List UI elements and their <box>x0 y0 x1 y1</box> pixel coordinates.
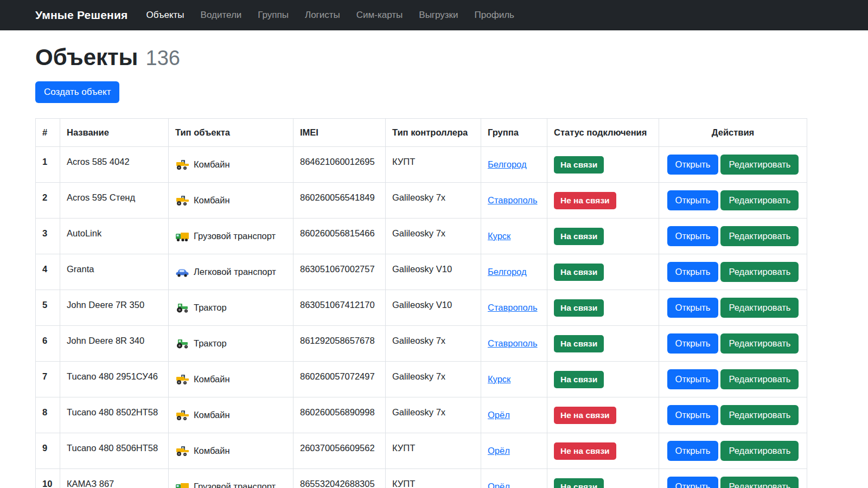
group-link[interactable]: Ставрополь <box>488 303 538 312</box>
table-row: 3AutoLinkГрузовой транспорт8602600568154… <box>36 219 807 254</box>
open-button[interactable]: Открыть <box>667 405 719 425</box>
object-type-label: Комбайн <box>194 446 230 456</box>
cell-group: Курск <box>481 219 547 254</box>
cell-object-type: Комбайн <box>169 183 293 219</box>
combine-icon <box>175 410 189 421</box>
cell-number: 6 <box>36 326 60 362</box>
cell-number: 9 <box>36 433 60 469</box>
group-link[interactable]: Орёл <box>488 481 510 488</box>
cell-imei: 861292058657678 <box>293 326 386 362</box>
cell-status: На связи <box>547 219 659 254</box>
cell-status: Не на связи <box>547 397 659 433</box>
edit-button[interactable]: Редактировать <box>720 262 799 282</box>
cell-imei: 260370056609562 <box>293 433 386 469</box>
table-row: 9Tucano 480 8506НТ58Комбайн2603700566095… <box>36 433 807 469</box>
status-badge: На связи <box>554 478 604 488</box>
open-button[interactable]: Открыть <box>667 262 719 282</box>
cell-name: Tucano 480 8502НТ58 <box>60 397 169 433</box>
table-header-row: #НазваниеТип объектаIMEIТип контроллераГ… <box>36 119 807 147</box>
page-title-text: Объекты <box>35 44 138 70</box>
cell-group: Орёл <box>481 469 547 488</box>
table-row: 4GrantaЛегковой транспорт863051067002757… <box>36 254 807 290</box>
cell-imei: 860260056541849 <box>293 183 386 219</box>
edit-button[interactable]: Редактировать <box>720 298 799 318</box>
edit-button[interactable]: Редактировать <box>720 405 799 425</box>
cell-name: AutoLink <box>60 219 169 254</box>
status-badge: На связи <box>554 299 604 317</box>
status-badge: На связи <box>554 228 604 245</box>
table-row: 1Acros 585 4042Комбайн864621060012695КУП… <box>36 147 807 183</box>
cell-actions: ОткрытьРедактировать <box>659 362 807 397</box>
cell-object-type: Легковой транспорт <box>169 254 293 290</box>
cell-controller: КУПТ <box>386 433 481 469</box>
group-link[interactable]: Белгород <box>488 159 527 169</box>
object-type-label: Легковой транспорт <box>194 267 276 277</box>
cell-status: На связи <box>547 254 659 290</box>
status-badge: На связи <box>554 264 604 281</box>
cell-group: Орёл <box>481 433 547 469</box>
status-badge: Не на связи <box>554 442 616 460</box>
edit-button[interactable]: Редактировать <box>720 333 799 354</box>
open-button[interactable]: Открыть <box>667 369 719 389</box>
nav-item-objects[interactable]: Объекты <box>146 10 184 21</box>
cell-imei: 863051067002757 <box>293 254 386 290</box>
group-link[interactable]: Орёл <box>488 446 510 455</box>
cell-status: На связи <box>547 290 659 326</box>
table-row: 7Tucano 480 2951СУ46Комбайн8602600570724… <box>36 362 807 397</box>
cell-controller: КУПТ <box>386 469 481 488</box>
nav-item-uploads[interactable]: Выгрузки <box>419 10 458 21</box>
page-title: Объекты 136 <box>35 44 833 70</box>
create-object-button[interactable]: Создать объект <box>35 81 119 103</box>
tractor-icon <box>175 338 189 349</box>
cell-imei: 860260056890998 <box>293 397 386 433</box>
open-button[interactable]: Открыть <box>667 155 719 175</box>
cell-number: 3 <box>36 219 60 254</box>
open-button[interactable]: Открыть <box>667 226 719 246</box>
nav-item-drivers[interactable]: Водители <box>201 10 242 21</box>
tractor-icon <box>175 303 189 313</box>
nav-item-groups[interactable]: Группы <box>258 10 289 21</box>
object-type-label: Трактор <box>194 338 227 349</box>
combine-icon <box>175 159 189 170</box>
edit-button[interactable]: Редактировать <box>720 226 799 246</box>
cell-name: John Deere 7R 350 <box>60 290 169 326</box>
cell-status: На связи <box>547 147 659 183</box>
combine-icon <box>175 446 189 457</box>
group-link[interactable]: Ставрополь <box>488 338 538 348</box>
cell-status: Не на связи <box>547 433 659 469</box>
nav-item-logists[interactable]: Логисты <box>305 10 340 21</box>
combine-icon <box>175 374 189 385</box>
cell-status: На связи <box>547 326 659 362</box>
open-button[interactable]: Открыть <box>667 477 719 488</box>
group-link[interactable]: Орёл <box>488 410 510 420</box>
cell-number: 4 <box>36 254 60 290</box>
brand-logo[interactable]: Умные Решения <box>35 9 127 22</box>
group-link[interactable]: Курск <box>488 231 510 241</box>
group-link[interactable]: Ставрополь <box>488 195 538 205</box>
group-link[interactable]: Курск <box>488 374 510 384</box>
cell-name: Tucano 480 2951СУ46 <box>60 362 169 397</box>
object-type-label: Комбайн <box>194 410 230 420</box>
group-link[interactable]: Белгород <box>488 267 527 277</box>
nav-item-simcards[interactable]: Сим-карты <box>356 10 403 21</box>
open-button[interactable]: Открыть <box>667 333 719 354</box>
cell-actions: ОткрытьРедактировать <box>659 433 807 469</box>
open-button[interactable]: Открыть <box>667 190 719 210</box>
cell-group: Орёл <box>481 397 547 433</box>
edit-button[interactable]: Редактировать <box>720 441 799 461</box>
cell-number: 1 <box>36 147 60 183</box>
open-button[interactable]: Открыть <box>667 441 719 461</box>
edit-button[interactable]: Редактировать <box>720 369 799 389</box>
nav-item-profile[interactable]: Профиль <box>475 10 514 21</box>
table-body: 1Acros 585 4042Комбайн864621060012695КУП… <box>36 147 807 488</box>
cell-actions: ОткрытьРедактировать <box>659 147 807 183</box>
table-row: 6John Deere 8R 340Трактор861292058657678… <box>36 326 807 362</box>
open-button[interactable]: Открыть <box>667 298 719 318</box>
cell-name: John Deere 8R 340 <box>60 326 169 362</box>
edit-button[interactable]: Редактировать <box>720 155 799 175</box>
cell-group: Белгород <box>481 147 547 183</box>
nav-items: ОбъектыВодителиГруппыЛогистыСим-картыВыг… <box>146 10 514 21</box>
cell-controller: Galileosky 7x <box>386 219 481 254</box>
edit-button[interactable]: Редактировать <box>720 190 799 210</box>
edit-button[interactable]: Редактировать <box>720 477 799 488</box>
